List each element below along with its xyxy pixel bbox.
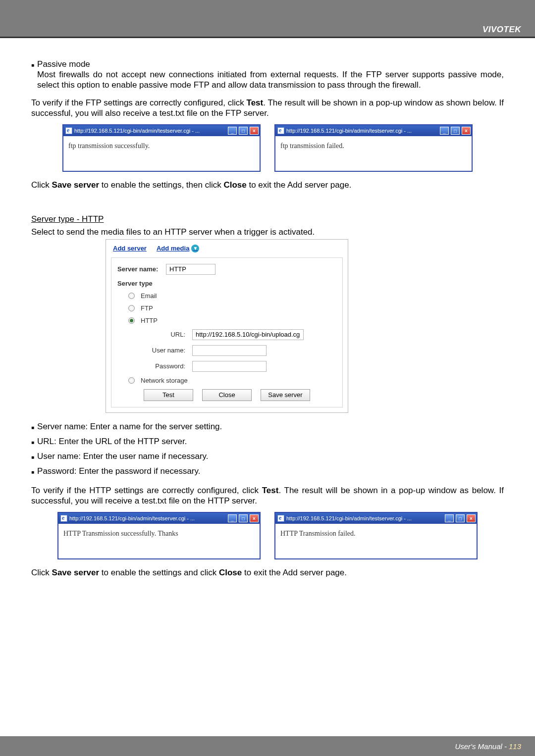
radio-ns-row: Network storage bbox=[128, 377, 336, 384]
title-bar: http://192.168.5.121/cgi-bin/admin/tests… bbox=[63, 125, 260, 136]
password-input[interactable] bbox=[192, 361, 267, 372]
passive-mode-bullet: ■ Passive mode Most firewalls do not acc… bbox=[31, 59, 504, 97]
dialog-button-row: Test Close Save server bbox=[117, 389, 336, 401]
close-word: Close bbox=[219, 568, 242, 577]
minimize-icon[interactable]: _ bbox=[445, 514, 454, 522]
server-name-label: Server name: bbox=[117, 265, 162, 273]
popup-body: ftp transmission successfully. bbox=[63, 136, 260, 171]
bullet-text: Server name: Enter a name for the server… bbox=[37, 422, 222, 432]
password-label: Password: bbox=[141, 362, 188, 370]
minimize-icon[interactable]: _ bbox=[228, 127, 237, 135]
arrow-down-icon: ▼ bbox=[191, 245, 199, 252]
save-close-instruction-1: Click Save server to enable the settings… bbox=[31, 180, 504, 190]
page-number: 113 bbox=[509, 742, 521, 751]
passive-mode-heading: Passive mode bbox=[37, 59, 90, 69]
title-bar: http://192.168.5.121/cgi-bin/admin/tests… bbox=[275, 125, 472, 136]
password-row: Password: bbox=[141, 361, 336, 372]
popup-body: ftp transmission failed. bbox=[275, 136, 472, 171]
footer-label: User's Manual - bbox=[455, 742, 507, 751]
radio-http-row: HTTP bbox=[128, 317, 336, 324]
username-label: User name: bbox=[141, 347, 188, 354]
footer-band: User's Manual - 113 bbox=[0, 736, 535, 756]
ie-icon bbox=[277, 127, 284, 134]
server-name-row: Server name: bbox=[117, 264, 336, 275]
url-label: URL: bbox=[141, 331, 188, 338]
close-button[interactable]: Close bbox=[202, 389, 252, 401]
square-bullet-icon: ■ bbox=[31, 454, 34, 461]
ftp-radio[interactable] bbox=[128, 305, 135, 311]
url-row: URL: bbox=[141, 329, 336, 340]
bullet-password: ■Password: Enter the password if necessa… bbox=[31, 466, 504, 476]
maximize-icon[interactable]: □ bbox=[456, 514, 465, 522]
ftp-verify-paragraph: To verify if the FTP settings are correc… bbox=[31, 98, 504, 119]
bullet-text: URL: Enter the URL of the HTTP server. bbox=[37, 437, 187, 447]
text-fragment: To verify if the HTTP settings are corre… bbox=[31, 486, 262, 495]
radio-email-row: Email bbox=[128, 292, 336, 300]
maximize-icon[interactable]: □ bbox=[239, 514, 248, 522]
http-verify-paragraph: To verify if the HTTP settings are corre… bbox=[31, 485, 504, 506]
close-icon[interactable]: × bbox=[250, 127, 259, 135]
http-section-heading: Server type - HTTP bbox=[31, 214, 504, 224]
text-fragment: Click bbox=[31, 180, 52, 190]
popup-title: http://192.168.5.121/cgi-bin/admin/tests… bbox=[74, 128, 226, 134]
test-button[interactable]: Test bbox=[144, 389, 193, 401]
ftp-popups-row: http://192.168.5.121/cgi-bin/admin/tests… bbox=[31, 124, 504, 172]
minimize-icon[interactable]: _ bbox=[440, 127, 449, 135]
text-fragment: to exit the Add server page. bbox=[242, 568, 347, 577]
tab-add-media[interactable]: Add media ▼ bbox=[157, 245, 199, 252]
save-server-button[interactable]: Save server bbox=[261, 389, 310, 401]
bullet-username: ■User name: Enter the user name if neces… bbox=[31, 452, 504, 461]
ie-icon bbox=[65, 127, 72, 134]
test-word: Test bbox=[247, 98, 264, 107]
server-name-input[interactable] bbox=[166, 264, 215, 275]
close-icon[interactable]: × bbox=[250, 514, 259, 522]
close-word: Close bbox=[223, 180, 246, 190]
bullet-url: ■URL: Enter the URL of the HTTP server. bbox=[31, 437, 504, 447]
dialog-body: Server name: Server type Email FTP HTTP bbox=[111, 257, 343, 407]
server-type-label: Server type bbox=[117, 280, 336, 287]
minimize-icon[interactable]: _ bbox=[228, 514, 237, 522]
username-input[interactable] bbox=[192, 345, 267, 356]
http-radio[interactable] bbox=[128, 317, 135, 324]
bullet-text: Password: Enter the password if necessar… bbox=[37, 466, 200, 476]
title-bar: http://192.168.5.121/cgi-bin/admin/tests… bbox=[58, 513, 260, 524]
dialog-tabs: Add server Add media ▼ bbox=[106, 240, 348, 255]
http-success-popup: http://192.168.5.121/cgi-bin/admin/tests… bbox=[57, 512, 261, 559]
text-fragment: to enable the settings, then click bbox=[99, 180, 223, 190]
email-radio[interactable] bbox=[128, 293, 135, 299]
url-input[interactable] bbox=[192, 329, 304, 340]
popup-title: http://192.168.5.121/cgi-bin/admin/tests… bbox=[69, 515, 226, 521]
http-label: HTTP bbox=[141, 317, 158, 324]
add-server-dialog: Add server Add media ▼ Server name: Serv… bbox=[106, 239, 348, 413]
square-bullet-icon: ■ bbox=[31, 469, 34, 476]
radio-ftp-row: FTP bbox=[128, 304, 336, 312]
text-fragment: to exit the Add server page. bbox=[247, 180, 352, 190]
ftp-success-popup: http://192.168.5.121/cgi-bin/admin/tests… bbox=[62, 124, 261, 172]
bullet-server-name: ■Server name: Enter a name for the serve… bbox=[31, 422, 504, 432]
maximize-icon[interactable]: □ bbox=[451, 127, 460, 135]
http-section-subtitle: Select to send the media files to an HTT… bbox=[31, 227, 504, 237]
save-server-word: Save server bbox=[52, 180, 99, 190]
popup-title: http://192.168.5.121/cgi-bin/admin/tests… bbox=[286, 128, 438, 134]
tab-add-server[interactable]: Add server bbox=[113, 245, 147, 252]
http-fail-popup: http://192.168.5.121/cgi-bin/admin/tests… bbox=[274, 512, 478, 559]
square-bullet-icon: ■ bbox=[31, 425, 34, 432]
save-server-word: Save server bbox=[52, 568, 99, 577]
brand-label: VIVOTEK bbox=[482, 25, 521, 35]
maximize-icon[interactable]: □ bbox=[239, 127, 248, 135]
network-storage-radio[interactable] bbox=[128, 377, 135, 384]
bullet-text: User name: Enter the user name if necess… bbox=[37, 452, 209, 461]
square-bullet-icon: ■ bbox=[31, 62, 34, 97]
popup-body: HTTP Transmission failed. bbox=[275, 524, 477, 558]
close-icon[interactable]: × bbox=[467, 514, 476, 522]
square-bullet-icon: ■ bbox=[31, 440, 34, 447]
header-band: VIVOTEK bbox=[0, 0, 535, 38]
title-bar: http://192.168.5.121/cgi-bin/admin/tests… bbox=[275, 513, 477, 524]
ftp-label: FTP bbox=[141, 304, 153, 312]
popup-body: HTTP Transmission successfully. Thanks bbox=[58, 524, 260, 558]
http-popups-row: http://192.168.5.121/cgi-bin/admin/tests… bbox=[31, 512, 504, 559]
save-close-instruction-2: Click Save server to enable the settings… bbox=[31, 567, 504, 578]
close-icon[interactable]: × bbox=[462, 127, 471, 135]
text-fragment: Click bbox=[31, 568, 52, 577]
ie-icon bbox=[277, 515, 284, 522]
